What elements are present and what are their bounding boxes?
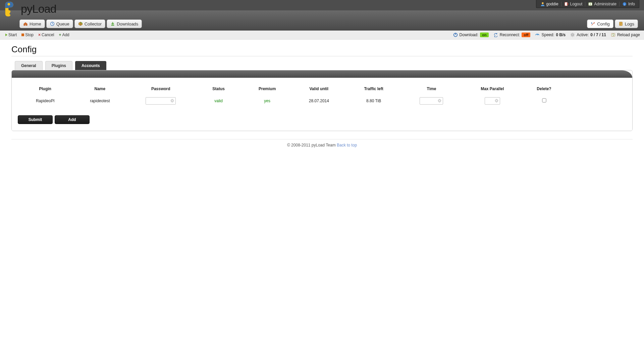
info-link[interactable]: i Info (619, 2, 638, 6)
svg-text:i: i (624, 2, 625, 6)
cell-maxparallel (462, 96, 523, 106)
speed-icon (535, 33, 540, 37)
tab-general[interactable]: General (15, 61, 43, 70)
cancel-icon: × (38, 33, 41, 37)
user-bar: goddie Logout Administrate i Info (0, 0, 644, 10)
svg-point-14 (171, 100, 173, 102)
stat-reconnect-state: off (522, 33, 530, 37)
administrate-link[interactable]: Administrate (585, 2, 619, 6)
home-icon (23, 21, 28, 26)
user-icon (540, 2, 545, 6)
nav-queue[interactable]: Queue (46, 19, 73, 28)
power-icon (453, 33, 458, 37)
toolbar-stop[interactable]: Stop (21, 33, 34, 37)
toolbar-left: Start Stop ×Cancel +Add (4, 33, 69, 37)
nav-collector[interactable]: Collector (74, 19, 105, 28)
nav-home[interactable]: Home (19, 19, 45, 28)
nav-downloads[interactable]: Downloads (107, 19, 142, 28)
logout-link[interactable]: Logout (561, 2, 585, 6)
cell-validuntil: 28.07.2014 (291, 96, 346, 106)
svg-point-12 (572, 34, 574, 36)
cell-name: rapideotest (72, 96, 127, 106)
footer: © 2008-2011 pyLoad Team Back to top (11, 139, 633, 158)
stop-icon (21, 34, 24, 36)
th-password: Password (127, 84, 195, 96)
stat-reconnect[interactable]: Reconnect: off (493, 33, 531, 37)
page-title: Config (11, 44, 633, 55)
nav-band: pyLoad Home Queue Collector Downloads Co… (0, 10, 644, 31)
brand-logo[interactable]: pyLoad (3, 1, 56, 16)
cell-plugin: RapideoPl (18, 96, 72, 106)
stat-speed-label: Speed: (541, 33, 554, 37)
svg-point-3 (590, 3, 591, 5)
cell-password (127, 96, 195, 106)
th-time: Time (401, 84, 462, 96)
svg-point-6 (7, 3, 10, 6)
info-label: Info (628, 2, 635, 6)
accounts-panel: Plugin Name Password Status Premium Vali… (11, 70, 633, 131)
play-icon (5, 34, 7, 36)
reconnect-icon (493, 33, 498, 37)
nav-home-label: Home (30, 21, 41, 26)
reload-page[interactable]: Reload page (611, 33, 640, 37)
stat-speed-value: 0 B/s (556, 33, 566, 37)
toolbar-cancel[interactable]: ×Cancel (38, 33, 54, 37)
title-divider (11, 56, 633, 56)
stat-download[interactable]: Download: on (453, 33, 489, 37)
stat-active-value: 0 / 7 / 11 (590, 33, 606, 37)
stat-download-label: Download: (460, 33, 479, 37)
panel-header-bar (12, 70, 632, 78)
gear-icon (570, 33, 575, 37)
panel-body: Plugin Name Password Status Premium Vali… (12, 78, 632, 131)
nav-collector-label: Collector (85, 21, 102, 26)
download-icon (110, 21, 115, 26)
config-tabs: General Plugins Accounts (15, 61, 633, 70)
tab-plugins[interactable]: Plugins (45, 61, 72, 70)
th-maxparallel: Max Parallel (462, 84, 523, 96)
logs-icon (619, 21, 623, 26)
add-button[interactable]: Add (55, 115, 90, 124)
info-icon: i (622, 2, 627, 6)
nav-queue-label: Queue (56, 21, 69, 26)
cell-status: valid (194, 96, 243, 106)
back-to-top-link[interactable]: Back to top (337, 143, 357, 147)
submit-button[interactable]: Submit (18, 115, 53, 124)
cell-delete (523, 96, 566, 106)
nav-config[interactable]: Config (587, 19, 613, 28)
field-gear-icon[interactable] (494, 98, 499, 103)
stat-reconnect-label: Reconnect: (500, 33, 520, 37)
user-name[interactable]: goddie (538, 2, 561, 6)
clock-icon (50, 21, 55, 26)
stat-active: Active: 0 / 7 / 11 (570, 33, 606, 37)
nav-logs[interactable]: Logs (615, 19, 638, 28)
administrate-label: Administrate (594, 2, 616, 6)
reload-icon (611, 33, 615, 37)
nav-config-label: Config (597, 21, 610, 26)
brand-icon (3, 1, 19, 16)
field-gear-icon[interactable] (170, 98, 175, 103)
toolbar-start-label: Start (8, 33, 17, 37)
cell-time (401, 96, 462, 106)
toolbar: Start Stop ×Cancel +Add Download: on Rec… (0, 31, 644, 40)
tab-accounts[interactable]: Accounts (75, 61, 106, 70)
footer-copyright: © 2008-2011 pyLoad Team (287, 143, 336, 147)
nav-downloads-label: Downloads (117, 21, 138, 26)
th-name: Name (72, 84, 127, 96)
stat-speed: Speed: 0 B/s (535, 33, 566, 37)
accounts-table: Plugin Name Password Status Premium Vali… (18, 84, 626, 106)
user-name-label: goddie (546, 2, 558, 6)
logout-label: Logout (570, 2, 583, 6)
brand-text: pyLoad (21, 2, 56, 15)
logout-icon (564, 2, 569, 6)
field-gear-icon[interactable] (437, 98, 442, 103)
toolbar-add[interactable]: +Add (59, 33, 69, 37)
add-icon: + (59, 33, 61, 37)
th-status: Status (194, 84, 243, 96)
toolbar-start[interactable]: Start (5, 33, 17, 37)
delete-checkbox[interactable] (542, 98, 546, 102)
toolbar-add-label: Add (62, 33, 69, 37)
cell-premium: yes (243, 96, 291, 106)
th-premium: Premium (243, 84, 291, 96)
stat-active-label: Active: (577, 33, 589, 37)
svg-point-8 (81, 22, 82, 24)
